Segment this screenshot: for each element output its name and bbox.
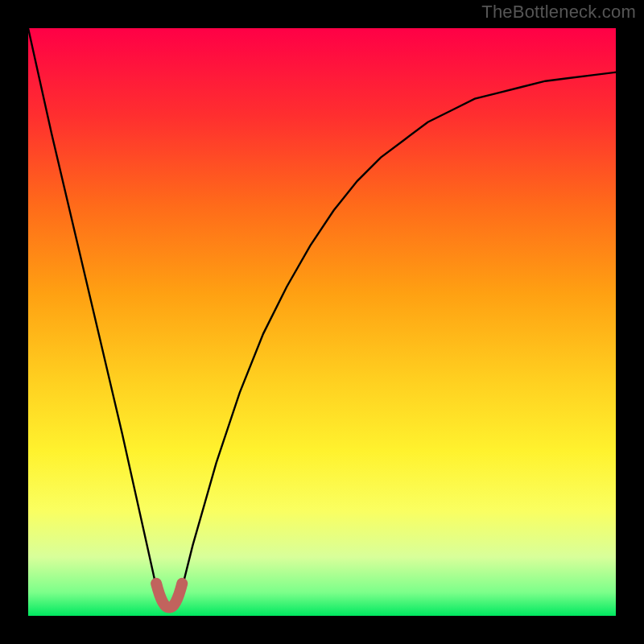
bottleneck-chart xyxy=(0,0,644,644)
outer-frame: TheBottleneck.com xyxy=(0,0,644,644)
attribution-label: TheBottleneck.com xyxy=(481,2,636,23)
plot-background xyxy=(28,28,616,616)
